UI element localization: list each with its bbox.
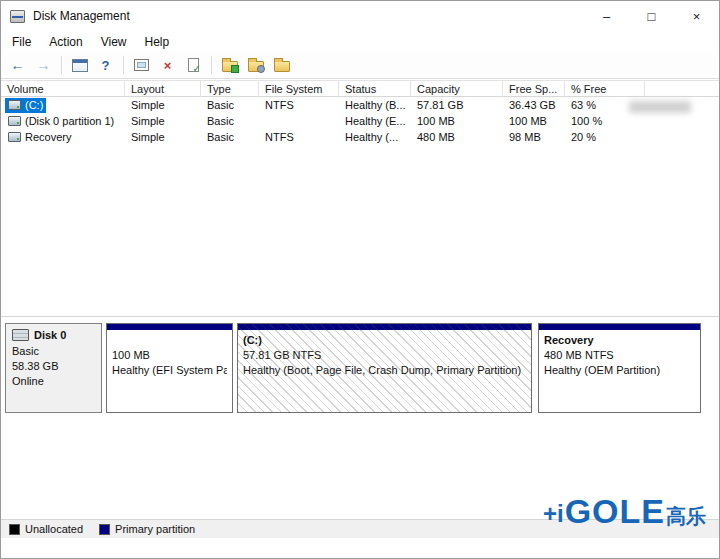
partition-recovery[interactable]: Recovery 480 MB NTFS Healthy (OEM Partit… xyxy=(538,323,701,413)
cell-layout: Simple xyxy=(125,99,201,111)
drive-icon xyxy=(8,100,21,110)
back-icon[interactable]: ← xyxy=(6,54,29,76)
partition-size: 57.81 GB NTFS xyxy=(243,348,526,363)
cell-free-space: 100 MB xyxy=(503,115,565,127)
partition-status: Healthy (Boot, Page File, Crash Dump, Pr… xyxy=(243,363,526,378)
console-window-icon xyxy=(72,59,88,72)
folder-arrow-icon xyxy=(222,61,238,72)
window-title: Disk Management xyxy=(33,9,130,23)
partition-size: 480 MB NTFS xyxy=(544,348,695,363)
pane-splitter[interactable] xyxy=(1,316,719,317)
menu-action[interactable]: Action xyxy=(40,33,91,51)
volume-label: Recovery xyxy=(25,131,71,143)
menu-file[interactable]: File xyxy=(3,33,40,51)
show-console-tree-icon[interactable] xyxy=(68,54,91,76)
partition-color-band xyxy=(107,324,232,331)
commit-changes-icon[interactable]: ✓ xyxy=(182,54,205,76)
cell-type: Basic xyxy=(201,131,259,143)
legend-unallocated: Unallocated xyxy=(9,523,83,535)
column-header-status[interactable]: Status xyxy=(339,81,411,97)
window-controls: – □ × xyxy=(584,1,719,31)
folder-gear-icon xyxy=(248,61,264,72)
partition-color-band xyxy=(539,324,700,331)
forward-icon[interactable]: → xyxy=(32,54,55,76)
folder-icon xyxy=(274,61,290,72)
disk0-info-panel[interactable]: Disk 0 Basic 58.38 GB Online xyxy=(5,323,102,413)
partition-c[interactable]: (C:) 57.81 GB NTFS Healthy (Boot, Page F… xyxy=(237,323,532,413)
cell-capacity: 100 MB xyxy=(411,115,503,127)
folder-view-icon[interactable] xyxy=(270,54,293,76)
cell-pct-free: 20 % xyxy=(565,131,645,143)
partition-body: (C:) 57.81 GB NTFS Healthy (Boot, Page F… xyxy=(238,331,531,378)
app-icon xyxy=(10,10,25,23)
column-header-type[interactable]: Type xyxy=(201,81,259,97)
cell-type: Basic xyxy=(201,115,259,127)
column-header-pct-free[interactable]: % Free xyxy=(565,81,645,97)
menu-help[interactable]: Help xyxy=(136,33,179,51)
partition-body: 100 MB Healthy (EFI System Pa xyxy=(107,331,232,378)
window-properties-icon xyxy=(134,59,149,71)
menu-view[interactable]: View xyxy=(92,33,136,51)
partition-title xyxy=(112,333,227,348)
volume-row-c[interactable]: (C:) Simple Basic NTFS Healthy (B... 57.… xyxy=(1,97,719,113)
volume-label: (C:) xyxy=(25,99,43,111)
disk-size: 58.38 GB xyxy=(12,359,95,374)
toolbar-separator xyxy=(123,56,124,74)
close-button[interactable]: × xyxy=(674,1,719,31)
toolbar: ← → ? × ✓ xyxy=(1,52,719,79)
document-icon: ✓ xyxy=(188,58,199,72)
cell-free-space: 98 MB xyxy=(503,131,565,143)
partition-body: Recovery 480 MB NTFS Healthy (OEM Partit… xyxy=(539,331,700,378)
higole-watermark: +i GOLE 高乐 xyxy=(543,494,706,528)
cell-layout: Simple xyxy=(125,131,201,143)
column-header-volume[interactable]: Volume xyxy=(1,81,125,97)
cell-status: Healthy (... xyxy=(339,131,411,143)
cell-free-space: 36.43 GB xyxy=(503,99,565,111)
minimize-button[interactable]: – xyxy=(584,1,629,31)
column-header-capacity[interactable]: Capacity xyxy=(411,81,503,97)
disk-management-window: Disk Management – □ × File Action View H… xyxy=(0,0,720,559)
column-header-layout[interactable]: Layout xyxy=(125,81,201,97)
column-header-free-space[interactable]: Free Sp... xyxy=(503,81,565,97)
brand-prefix: +i xyxy=(543,502,564,528)
help-icon[interactable]: ? xyxy=(94,54,117,76)
partition-status: Healthy (EFI System Pa xyxy=(112,363,227,378)
delete-volume-icon[interactable]: × xyxy=(156,54,179,76)
partition-size: 100 MB xyxy=(112,348,227,363)
partition-status: Healthy (OEM Partition) xyxy=(544,363,695,378)
legend-label: Unallocated xyxy=(25,523,83,535)
folder-settings-icon[interactable] xyxy=(244,54,267,76)
properties-icon[interactable] xyxy=(130,54,153,76)
selected-volume: (C:) xyxy=(5,98,46,113)
column-header-filler xyxy=(645,81,719,97)
disk-header: Disk 0 xyxy=(12,329,95,341)
column-header-row: Volume Layout Type File System Status Ca… xyxy=(1,80,719,97)
brand-cjk: 高乐 xyxy=(666,506,706,528)
volume-row-efi[interactable]: (Disk 0 partition 1) Simple Basic Health… xyxy=(1,113,719,129)
partition-efi[interactable]: 100 MB Healthy (EFI System Pa xyxy=(106,323,233,413)
toolbar-separator xyxy=(61,56,62,74)
partition-title: Recovery xyxy=(544,333,695,348)
volume-entry: Recovery xyxy=(5,130,74,145)
unallocated-swatch-icon xyxy=(9,524,20,535)
cell-layout: Simple xyxy=(125,115,201,127)
drive-icon xyxy=(8,132,21,142)
maximize-button[interactable]: □ xyxy=(629,1,674,31)
volume-row-recovery[interactable]: Recovery Simple Basic NTFS Healthy (... … xyxy=(1,129,719,145)
cell-file-system: NTFS xyxy=(259,99,339,111)
cell-pct-free: 100 % xyxy=(565,115,645,127)
volume-entry: (Disk 0 partition 1) xyxy=(5,114,117,129)
brand-name: GOLE xyxy=(565,494,665,528)
toolbar-separator xyxy=(211,56,212,74)
partition-color-band xyxy=(238,324,531,331)
legend-primary-partition: Primary partition xyxy=(99,523,195,535)
cell-volume: Recovery xyxy=(1,130,125,145)
cell-status: Healthy (E... xyxy=(339,115,411,127)
disk-icon xyxy=(12,329,29,341)
cell-capacity: 57.81 GB xyxy=(411,99,503,111)
column-header-file-system[interactable]: File System xyxy=(259,81,339,97)
partition-title: (C:) xyxy=(243,333,526,348)
open-folder-icon[interactable] xyxy=(218,54,241,76)
volume-list: Volume Layout Type File System Status Ca… xyxy=(1,80,719,145)
check-mark-icon: ✓ xyxy=(193,63,201,74)
